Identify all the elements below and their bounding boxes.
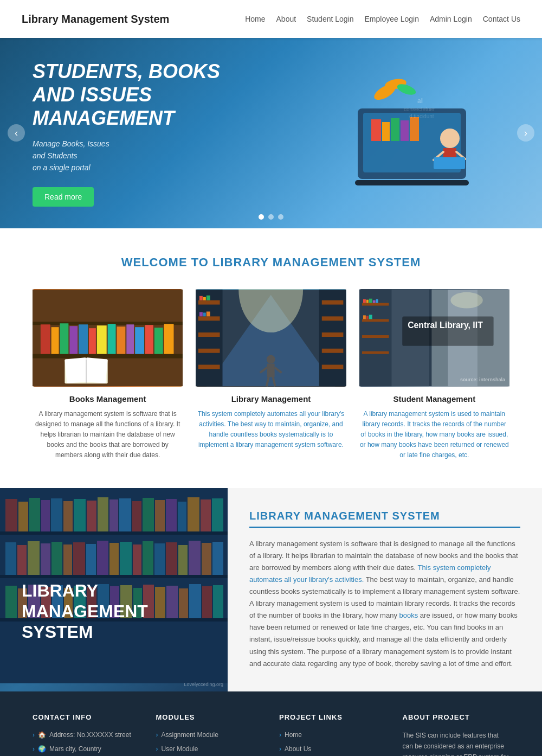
books-image-svg: [33, 289, 183, 387]
library-image-svg: [196, 289, 346, 387]
svg-text:Central Library, IIT: Central Library, IIT: [408, 321, 483, 330]
card-books-text: A library management system is software …: [33, 409, 183, 461]
svg-rect-51: [199, 312, 203, 316]
svg-rect-74: [363, 299, 366, 303]
svg-point-7: [440, 129, 460, 148]
card-student: Central Library, IIT source: internshala…: [359, 289, 509, 461]
footer-module-assignment[interactable]: Assignment Module: [156, 730, 263, 740]
info-image: LIBRARY MANAGEMENT SYSTEM Lovelycceding.…: [0, 488, 228, 691]
nav-admin-login[interactable]: Admin Login: [430, 15, 472, 23]
nav-about[interactable]: About: [276, 15, 296, 23]
svg-rect-26: [79, 324, 88, 354]
info-title: LIBRARY MANAGEMENT SYSTEM: [249, 510, 520, 522]
card-library-title: Library Management: [196, 394, 346, 403]
svg-rect-47: [198, 364, 220, 369]
svg-rect-25: [69, 326, 78, 354]
nav-brand: Library Management System: [22, 13, 169, 25]
footer-modules: MODULES Assignment Module User Module St…: [156, 713, 263, 756]
card-library-image: [196, 289, 346, 387]
svg-rect-44: [198, 316, 220, 321]
info-section: LIBRARY MANAGEMENT SYSTEM Lovelycceding.…: [0, 488, 542, 691]
hero-title: STUDENTS, BOOKS AND ISSUES MANAGEMENT: [33, 60, 266, 130]
footer-modules-list: Assignment Module User Module Student Mo…: [156, 730, 263, 756]
hero-next-button[interactable]: ›: [517, 124, 534, 142]
svg-rect-38: [84, 357, 107, 383]
svg-rect-5: [401, 120, 409, 141]
hero-prev-button[interactable]: ‹: [8, 124, 25, 142]
svg-rect-27: [89, 328, 96, 354]
svg-rect-46: [198, 349, 220, 353]
footer-grid: CONTACT INFO 🏠 Address: No.XXXXXX street…: [33, 713, 509, 756]
footer-about: ABOUT PROJECT The SIS can include featur…: [403, 713, 510, 756]
footer-about-text: The SIS can include features that can be…: [403, 730, 510, 756]
nav-home[interactable]: Home: [245, 15, 265, 23]
welcome-title: WELCOME TO LIBRARY MANAGEMENT SYSTEM: [33, 255, 509, 270]
footer: CONTACT INFO 🏠 Address: No.XXXXXX street…: [0, 691, 542, 756]
svg-rect-78: [376, 299, 378, 303]
svg-rect-6: [410, 117, 419, 141]
home-icon: 🏠: [38, 730, 46, 740]
svg-rect-59: [322, 364, 344, 369]
footer-contact: CONTACT INFO 🏠 Address: No.XXXXXX street…: [33, 713, 140, 756]
svg-rect-75: [366, 299, 369, 303]
svg-point-85: [450, 292, 482, 309]
svg-rect-32: [135, 327, 144, 354]
nav-links: Home About Student Login Employee Login …: [245, 14, 520, 24]
info-divider: [249, 527, 520, 528]
svg-rect-48: [199, 296, 203, 300]
svg-rect-4: [391, 118, 399, 141]
hero-dot-3[interactable]: [278, 214, 283, 220]
info-image-bg: LIBRARY MANAGEMENT SYSTEM Lovelycceding.…: [0, 488, 228, 691]
info-image-title: LIBRARY MANAGEMENT SYSTEM: [22, 580, 228, 643]
nav-employee-login[interactable]: Employee Login: [365, 15, 419, 23]
footer-contact-city: 🌍 Mars city, Country: [33, 744, 140, 754]
card-student-title: Student Management: [359, 394, 509, 403]
hero-dot-2[interactable]: [268, 214, 274, 220]
footer-module-user[interactable]: User Module: [156, 744, 263, 754]
hero-dot-1[interactable]: [259, 214, 264, 220]
svg-rect-31: [126, 324, 134, 354]
nav-contact[interactable]: Contact Us: [483, 15, 520, 23]
svg-rect-70: [362, 303, 389, 305]
footer-contact-title: CONTACT INFO: [33, 713, 140, 721]
nav-student-login[interactable]: Student Login: [307, 15, 353, 23]
svg-rect-50: [207, 295, 210, 300]
svg-rect-81: [369, 315, 372, 319]
hero-illustration-svg: al consectetuer d tincidunt: [325, 54, 499, 206]
svg-rect-62: [267, 363, 275, 377]
footer-link-home[interactable]: Home: [279, 730, 386, 740]
navbar: Library Management System Home About Stu…: [0, 0, 542, 38]
svg-rect-76: [369, 298, 372, 303]
footer-link-about[interactable]: About Us: [279, 744, 386, 754]
svg-text:d tincidunt: d tincidunt: [409, 113, 434, 119]
svg-rect-80: [366, 316, 369, 319]
svg-rect-52: [203, 312, 206, 316]
hero-subtitle: Manage Books, Issues and Students on a s…: [33, 138, 266, 174]
info-content: LIBRARY MANAGEMENT SYSTEM A library mana…: [228, 488, 542, 691]
footer-about-title: ABOUT PROJECT: [403, 713, 510, 721]
svg-rect-57: [322, 332, 344, 337]
card-student-image: Central Library, IIT source: internshala: [359, 289, 509, 387]
svg-text:al: al: [417, 97, 423, 105]
footer-project-links-list: Home About Us Contact Login Email Us: [279, 730, 386, 756]
card-library: Library Management This system completel…: [196, 289, 346, 461]
svg-rect-79: [363, 315, 366, 319]
card-books: Books Management A library management sy…: [33, 289, 183, 461]
footer-project-links-title: PROJECT LINKS: [279, 713, 386, 721]
svg-rect-43: [198, 300, 220, 304]
svg-rect-22: [41, 324, 50, 354]
hero-cta-button[interactable]: Read more: [33, 187, 94, 207]
svg-rect-77: [372, 300, 375, 303]
hero-dots: [259, 214, 283, 220]
welcome-section: WELCOME TO LIBRARY MANAGEMENT SYSTEM: [0, 228, 542, 488]
card-books-title: Books Management: [33, 394, 183, 403]
info-image-watermark: Lovelycceding.org: [184, 682, 223, 687]
info-description: A library management system is software …: [249, 538, 520, 670]
svg-rect-24: [60, 323, 69, 354]
svg-rect-55: [322, 300, 344, 304]
svg-rect-71: [362, 319, 389, 322]
svg-rect-3: [382, 122, 390, 141]
svg-point-61: [267, 355, 275, 363]
card-library-text: This system completely automates all you…: [196, 409, 346, 451]
svg-rect-18: [355, 180, 469, 185]
